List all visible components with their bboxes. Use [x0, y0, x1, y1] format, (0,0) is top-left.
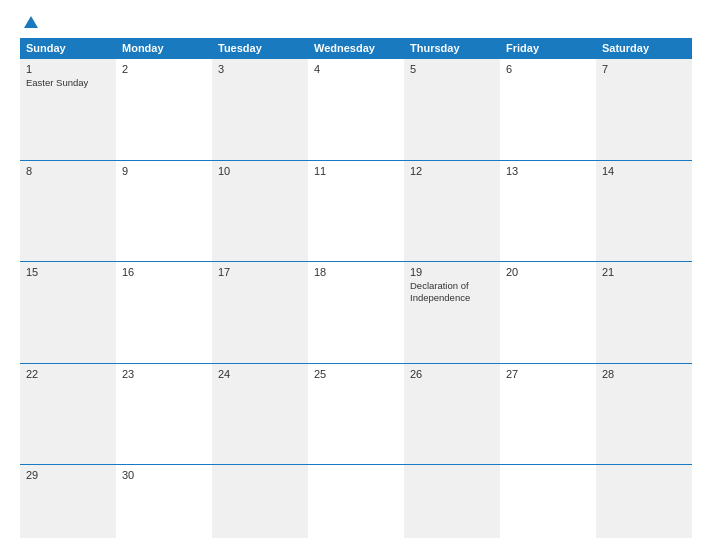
calendar-cell: 9: [116, 160, 212, 262]
day-number: 22: [26, 368, 110, 380]
calendar-cell: 2: [116, 59, 212, 161]
event-label: Easter Sunday: [26, 77, 110, 89]
day-number: 13: [506, 165, 590, 177]
calendar-cell: 18: [308, 262, 404, 364]
logo-blue-text: [20, 16, 38, 28]
calendar-cell: 23: [116, 363, 212, 465]
day-number: 18: [314, 266, 398, 278]
day-number: 1: [26, 63, 110, 75]
calendar-cell: 24: [212, 363, 308, 465]
day-number: 14: [602, 165, 686, 177]
event-label: Declaration of Independence: [410, 280, 494, 305]
day-number: 4: [314, 63, 398, 75]
logo: [20, 16, 38, 28]
day-number: 24: [218, 368, 302, 380]
calendar-cell: 10: [212, 160, 308, 262]
calendar-cell: 30: [116, 465, 212, 538]
day-number: 7: [602, 63, 686, 75]
day-number: 19: [410, 266, 494, 278]
day-header-friday: Friday: [500, 38, 596, 59]
calendar-cell: 3: [212, 59, 308, 161]
calendar-cell: 15: [20, 262, 116, 364]
calendar-cell: 8: [20, 160, 116, 262]
day-number: 20: [506, 266, 590, 278]
day-header-tuesday: Tuesday: [212, 38, 308, 59]
calendar-cell: 12: [404, 160, 500, 262]
day-header-row: SundayMondayTuesdayWednesdayThursdayFrid…: [20, 38, 692, 59]
day-number: 12: [410, 165, 494, 177]
calendar-cell: 14: [596, 160, 692, 262]
calendar-cell: 7: [596, 59, 692, 161]
calendar-cell: 4: [308, 59, 404, 161]
day-number: 5: [410, 63, 494, 75]
day-number: 25: [314, 368, 398, 380]
day-number: 8: [26, 165, 110, 177]
day-number: 2: [122, 63, 206, 75]
logo-triangle-icon: [24, 16, 38, 28]
calendar-cell: [212, 465, 308, 538]
calendar-cell: 21: [596, 262, 692, 364]
day-header-sunday: Sunday: [20, 38, 116, 59]
calendar-cell: 11: [308, 160, 404, 262]
calendar-cell: 1Easter Sunday: [20, 59, 116, 161]
calendar-cell: 20: [500, 262, 596, 364]
calendar-cell: [404, 465, 500, 538]
day-number: 29: [26, 469, 110, 481]
day-number: 10: [218, 165, 302, 177]
calendar-week-row: 2930: [20, 465, 692, 538]
day-number: 16: [122, 266, 206, 278]
calendar-cell: 28: [596, 363, 692, 465]
calendar-cell: [308, 465, 404, 538]
calendar-cell: 5: [404, 59, 500, 161]
day-number: 3: [218, 63, 302, 75]
calendar-cell: 19Declaration of Independence: [404, 262, 500, 364]
calendar-cell: 16: [116, 262, 212, 364]
day-header-thursday: Thursday: [404, 38, 500, 59]
day-number: 11: [314, 165, 398, 177]
calendar-cell: 17: [212, 262, 308, 364]
day-header-saturday: Saturday: [596, 38, 692, 59]
calendar-cell: 27: [500, 363, 596, 465]
day-number: 15: [26, 266, 110, 278]
calendar-week-row: 1516171819Declaration of Independence202…: [20, 262, 692, 364]
calendar-cell: 22: [20, 363, 116, 465]
day-number: 21: [602, 266, 686, 278]
calendar-week-row: 22232425262728: [20, 363, 692, 465]
day-number: 9: [122, 165, 206, 177]
calendar-week-row: 891011121314: [20, 160, 692, 262]
day-number: 30: [122, 469, 206, 481]
day-number: 28: [602, 368, 686, 380]
day-number: 27: [506, 368, 590, 380]
calendar-cell: 13: [500, 160, 596, 262]
day-header-wednesday: Wednesday: [308, 38, 404, 59]
calendar-cell: 26: [404, 363, 500, 465]
calendar-cell: 6: [500, 59, 596, 161]
calendar-cell: [596, 465, 692, 538]
calendar-table: SundayMondayTuesdayWednesdayThursdayFrid…: [20, 38, 692, 538]
calendar-cell: 25: [308, 363, 404, 465]
day-number: 6: [506, 63, 590, 75]
day-number: 26: [410, 368, 494, 380]
calendar-header: [20, 16, 692, 28]
day-number: 23: [122, 368, 206, 380]
calendar-week-row: 1Easter Sunday234567: [20, 59, 692, 161]
day-header-monday: Monday: [116, 38, 212, 59]
calendar-cell: 29: [20, 465, 116, 538]
calendar-cell: [500, 465, 596, 538]
day-number: 17: [218, 266, 302, 278]
